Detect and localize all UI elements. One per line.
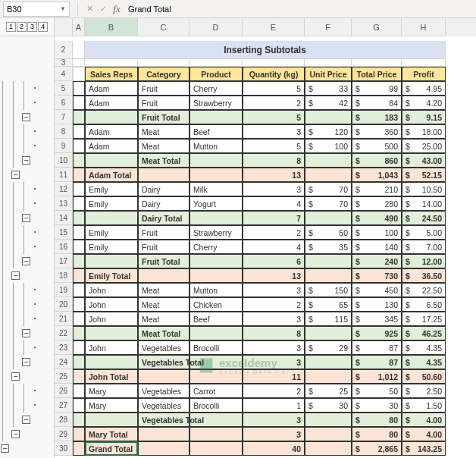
cell[interactable]: 3 (243, 427, 305, 441)
cell[interactable] (85, 59, 138, 67)
cell[interactable] (85, 254, 138, 268)
cell[interactable]: 7 (243, 211, 305, 225)
cell[interactable]: $46.25 (402, 326, 446, 340)
cell[interactable]: $6.50 (402, 297, 446, 312)
collapse-icon[interactable]: − (22, 113, 30, 121)
cell[interactable]: $36.50 (402, 268, 446, 283)
col-F[interactable]: F (305, 18, 352, 36)
cell[interactable] (189, 326, 243, 340)
collapse-icon[interactable]: − (22, 257, 30, 265)
cell[interactable]: Vegetables Total (138, 355, 189, 369)
cell[interactable] (73, 340, 85, 355)
cell[interactable] (73, 182, 85, 196)
cell[interactable]: Meat Total (138, 153, 189, 168)
cell[interactable]: $43.00 (402, 153, 446, 168)
cell[interactable] (243, 59, 305, 67)
outline-level-3[interactable]: 3 (27, 22, 37, 32)
row-header[interactable]: 11 (55, 168, 73, 182)
cell[interactable]: Emily Total (85, 268, 138, 283)
column-header-cell[interactable]: Profit (402, 67, 446, 81)
column-header-cell[interactable]: Sales Reps (85, 67, 138, 81)
cell[interactable]: 5 (243, 110, 305, 124)
name-box-input[interactable] (7, 5, 52, 14)
cell[interactable]: $9.15 (402, 110, 446, 124)
cell[interactable]: Fruit (138, 96, 189, 110)
cell[interactable]: 5 (243, 139, 305, 153)
row-header[interactable]: 6 (55, 96, 73, 110)
cell[interactable]: Strawberry (189, 96, 243, 110)
cell[interactable]: $87 (352, 340, 402, 355)
outline-level-2[interactable]: 2 (17, 22, 27, 32)
cell[interactable]: 2 (243, 96, 305, 110)
cell[interactable]: 2 (243, 384, 305, 398)
cell[interactable] (189, 441, 243, 456)
cell[interactable]: $2,865 (352, 441, 402, 456)
cell[interactable] (73, 369, 85, 384)
formula-input[interactable] (124, 5, 476, 14)
cell[interactable]: 8 (243, 153, 305, 168)
collapse-icon[interactable]: − (11, 271, 20, 280)
cell[interactable] (402, 59, 446, 67)
row-header[interactable]: 12 (55, 182, 73, 196)
cell[interactable]: Dairy Total (138, 211, 189, 225)
cell[interactable] (305, 254, 352, 268)
cell[interactable]: 3 (243, 413, 305, 427)
cell[interactable]: 8 (243, 326, 305, 340)
cell[interactable]: Adam (85, 139, 138, 153)
cell[interactable]: $1.50 (402, 398, 446, 413)
cell[interactable]: Chicken (189, 297, 243, 312)
cell[interactable] (305, 326, 352, 340)
cell[interactable]: Dairy (138, 182, 189, 196)
cell[interactable]: $450 (352, 283, 402, 297)
collapse-icon[interactable]: − (1, 444, 9, 453)
cell[interactable]: Emily (85, 182, 138, 196)
cell[interactable]: $240 (352, 254, 402, 268)
cell[interactable]: 40 (243, 441, 305, 456)
cell[interactable]: 3 (243, 182, 305, 196)
col-G[interactable]: G (352, 18, 402, 36)
cell[interactable] (73, 225, 85, 240)
cell[interactable] (73, 240, 85, 254)
collapse-icon[interactable]: − (22, 156, 30, 165)
cell[interactable]: $50.60 (402, 369, 446, 384)
cell[interactable] (189, 59, 243, 67)
cell[interactable]: Mary (85, 384, 138, 398)
cell[interactable]: $80 (352, 427, 402, 441)
row-header[interactable]: 25 (55, 369, 73, 384)
cell[interactable] (138, 168, 189, 182)
collapse-icon[interactable]: − (11, 171, 20, 179)
column-header-cell[interactable]: Product (189, 67, 243, 81)
row-header[interactable]: 9 (55, 139, 73, 153)
cell[interactable]: Vegetables (138, 384, 189, 398)
cell[interactable] (85, 326, 138, 340)
col-B[interactable]: B (85, 18, 138, 36)
chevron-down-icon[interactable]: ▼ (60, 5, 66, 12)
cell[interactable] (189, 168, 243, 182)
cell[interactable] (73, 211, 85, 225)
col-H[interactable]: H (402, 18, 446, 36)
cell[interactable]: Fruit (138, 240, 189, 254)
cell[interactable] (73, 297, 85, 312)
cell[interactable] (73, 81, 85, 96)
cell[interactable]: Mary Total (85, 427, 138, 441)
cell[interactable]: $210 (352, 182, 402, 196)
cell[interactable]: Carrot (189, 384, 243, 398)
cell[interactable]: 2 (243, 225, 305, 240)
cell[interactable]: Fruit Total (138, 110, 189, 124)
cell[interactable] (305, 413, 352, 427)
cell[interactable]: $345 (352, 312, 402, 326)
cell[interactable] (73, 398, 85, 413)
cell[interactable]: Strawberry (189, 225, 243, 240)
cell[interactable] (73, 168, 85, 182)
row-header[interactable]: 23 (55, 340, 73, 355)
cell[interactable]: $33 (305, 81, 352, 96)
cell[interactable]: $4.00 (402, 413, 446, 427)
cell[interactable]: $4.00 (402, 427, 446, 441)
cell[interactable]: $12.00 (402, 254, 446, 268)
cell[interactable] (138, 441, 189, 456)
cell[interactable]: Meat (138, 124, 189, 139)
cell[interactable] (73, 254, 85, 268)
cell[interactable] (85, 413, 138, 427)
cell[interactable]: $4.95 (402, 81, 446, 96)
row-header[interactable]: 22 (55, 326, 73, 340)
